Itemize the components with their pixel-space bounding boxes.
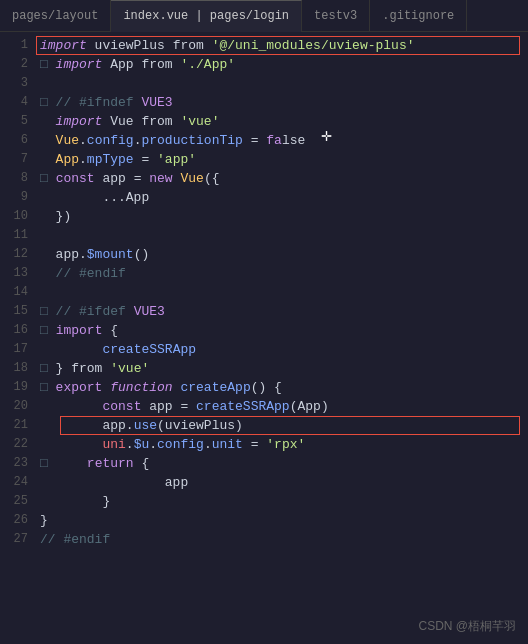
- code-line-5: import Vue from 'vue': [36, 112, 528, 131]
- code-line-25: }: [36, 492, 528, 511]
- code-line-6: Vue.config.productionTip = false: [36, 131, 528, 150]
- code-line-10: }): [36, 207, 528, 226]
- code-line-9: ...App: [36, 188, 528, 207]
- code-line-21: app.use(uviewPlus): [36, 416, 528, 435]
- code-line-8: □ const app = new Vue({: [36, 169, 528, 188]
- code-content[interactable]: import uviewPlus from '@/uni_modules/uvi…: [36, 32, 528, 644]
- code-line-24: app: [36, 473, 528, 492]
- code-line-26: }: [36, 511, 528, 530]
- watermark: CSDN @梧桐芊羽: [418, 617, 516, 636]
- code-area: 1 2 3 4 5 6 7 8 9 10 11 12 13 14 15 16 1…: [0, 32, 528, 644]
- code-line-3: [36, 74, 528, 93]
- code-line-11: [36, 226, 528, 245]
- code-line-18: □ } from 'vue': [36, 359, 528, 378]
- code-line-1: import uviewPlus from '@/uni_modules/uvi…: [36, 36, 528, 55]
- code-line-2: □ import App from './App': [36, 55, 528, 74]
- tab-pages-layout[interactable]: pages/layout: [0, 0, 111, 32]
- code-line-4: □ // #ifndef VUE3: [36, 93, 528, 112]
- line-numbers: 1 2 3 4 5 6 7 8 9 10 11 12 13 14 15 16 1…: [0, 32, 36, 644]
- code-line-14: [36, 283, 528, 302]
- code-line-19: □ export function createApp() {: [36, 378, 528, 397]
- code-line-27: // #endif: [36, 530, 528, 549]
- tab-bar: pages/layout index.vue | pages/login tes…: [0, 0, 528, 32]
- tab-gitignore[interactable]: .gitignore: [370, 0, 467, 32]
- code-line-20: const app = createSSRApp(App): [36, 397, 528, 416]
- code-line-15: □ // #ifdef VUE3: [36, 302, 528, 321]
- code-line-23: □ return {: [36, 454, 528, 473]
- code-line-17: createSSRApp: [36, 340, 528, 359]
- code-line-16: □ import {: [36, 321, 528, 340]
- code-line-13: // #endif: [36, 264, 528, 283]
- code-line-7: App.mpType = 'app': [36, 150, 528, 169]
- code-line-12: app.$mount(): [36, 245, 528, 264]
- tab-testv3[interactable]: testv3: [302, 0, 370, 32]
- code-line-22: uni.$u.config.unit = 'rpx': [36, 435, 528, 454]
- tab-index-vue[interactable]: index.vue | pages/login: [111, 0, 302, 32]
